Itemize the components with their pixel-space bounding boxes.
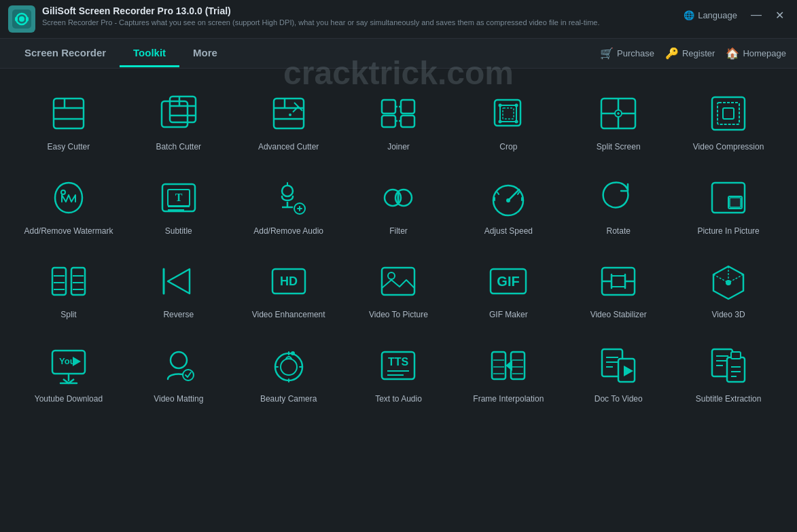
adjust-speed-icon xyxy=(486,176,530,219)
svg-marker-74 xyxy=(73,357,81,366)
beauty-camera-icon xyxy=(267,344,311,387)
svg-rect-22 xyxy=(401,116,414,127)
crop-icon xyxy=(486,92,530,135)
tab-toolkit[interactable]: Toolkit xyxy=(120,40,179,67)
easy-cutter-icon xyxy=(47,92,90,135)
tool-rotate[interactable]: Rotate xyxy=(563,166,673,244)
video-matting-icon xyxy=(157,344,200,387)
text-to-audio-label: Text to Audio xyxy=(375,394,422,405)
tool-split[interactable]: Split xyxy=(14,250,124,327)
svg-text:T: T xyxy=(175,192,182,203)
tool-frame-interpolation[interactable]: Frame Interpolation xyxy=(453,334,563,412)
app-description: Screen Recorder Pro - Captures what you … xyxy=(42,18,678,28)
svg-point-2 xyxy=(19,16,24,22)
svg-rect-21 xyxy=(382,116,395,127)
picture-in-picture-icon xyxy=(707,176,750,219)
tool-reverse[interactable]: Reverse xyxy=(124,250,234,327)
tool-doc-to-video[interactable]: Doc To Video xyxy=(563,334,673,412)
tab-more[interactable]: More xyxy=(179,40,231,67)
minimize-button[interactable]: — xyxy=(747,5,766,24)
add-remove-watermark-label: Add/Remove Watermark xyxy=(24,226,113,237)
app-title: GiliSoft Screen Recorder Pro 13.0.0 (Tri… xyxy=(42,5,678,16)
video-stabilizer-label: Video Stabilizer xyxy=(590,310,647,321)
svg-rect-64 xyxy=(382,268,414,295)
tool-video-stabilizer[interactable]: Video Stabilizer xyxy=(563,250,673,327)
svg-point-80 xyxy=(291,351,295,355)
batch-cutter-label: Batch Cutter xyxy=(156,142,201,153)
tool-subtitle[interactable]: T Subtitle xyxy=(124,166,234,244)
subtitle-icon: T xyxy=(157,176,200,219)
tool-video-compression[interactable]: Video Compression xyxy=(673,82,783,160)
svg-point-27 xyxy=(515,104,518,107)
globe-icon: 🌐 xyxy=(684,10,694,20)
video-to-picture-icon xyxy=(376,260,420,303)
youtube-download-icon: You xyxy=(47,344,90,387)
svg-rect-19 xyxy=(382,100,395,113)
svg-point-76 xyxy=(171,352,187,368)
filter-label: Filter xyxy=(389,226,408,237)
svg-rect-53 xyxy=(71,268,85,295)
tool-video-enhancement[interactable]: HD Video Enhancement xyxy=(234,250,344,327)
svg-rect-3 xyxy=(15,17,18,21)
adjust-speed-label: Adjust Speed xyxy=(484,226,533,237)
advanced-cutter-label: Advanced Cutter xyxy=(258,142,319,153)
frame-interpolation-label: Frame Interpolation xyxy=(473,394,544,405)
tool-beauty-camera[interactable]: Beauty Camera xyxy=(234,334,344,412)
purchase-label: Purchase xyxy=(617,48,654,58)
video-compression-icon xyxy=(707,92,750,135)
app-icon xyxy=(8,5,35,33)
tool-adjust-speed[interactable]: Adjust Speed xyxy=(453,166,563,244)
purchase-button[interactable]: 🛒 Purchase xyxy=(600,47,654,60)
close-button[interactable]: ✕ xyxy=(770,5,789,24)
svg-point-71 xyxy=(726,280,731,285)
add-remove-audio-icon xyxy=(267,176,311,219)
nav-bar: Screen Recorder Toolkit More 🛒 Purchase … xyxy=(0,39,797,69)
video-3d-icon xyxy=(707,260,750,303)
svg-rect-20 xyxy=(401,100,414,113)
tool-video-3d[interactable]: Video 3D xyxy=(673,250,783,327)
tool-picture-in-picture[interactable]: Picture In Picture xyxy=(673,166,783,244)
tool-crop[interactable]: Crop xyxy=(453,82,563,160)
svg-point-28 xyxy=(499,120,502,124)
tool-add-remove-audio[interactable]: Add/Remove Audio xyxy=(234,166,344,244)
split-screen-icon xyxy=(597,92,640,135)
tool-easy-cutter[interactable]: Easy Cutter xyxy=(14,82,124,160)
reverse-icon xyxy=(157,260,200,303)
rotate-label: Rotate xyxy=(607,226,631,237)
tool-split-screen[interactable]: Split Screen xyxy=(563,82,673,160)
filter-icon xyxy=(376,176,420,219)
tool-text-to-audio[interactable]: TTS Text to Audio xyxy=(344,334,454,412)
tool-advanced-cutter[interactable]: Advanced Cutter xyxy=(234,82,344,160)
video-3d-label: Video 3D xyxy=(711,310,745,321)
svg-rect-10 xyxy=(170,96,196,122)
homepage-button[interactable]: 🏠 Homepage xyxy=(726,47,786,60)
youtube-download-label: Youtube Download xyxy=(35,394,103,405)
tool-filter[interactable]: Filter xyxy=(344,166,454,244)
title-bar-controls: 🌐 Language — ✕ xyxy=(678,5,789,24)
register-button[interactable]: 🔑 Register xyxy=(665,47,715,60)
tool-gif-maker[interactable]: GIF GIF Maker xyxy=(453,250,563,327)
joiner-label: Joiner xyxy=(387,142,410,153)
easy-cutter-label: Easy Cutter xyxy=(48,142,90,153)
tool-video-to-picture[interactable]: Video To Picture xyxy=(344,250,454,327)
subtitle-extraction-label: Subtitle Extraction xyxy=(696,394,762,405)
svg-rect-86 xyxy=(511,352,525,379)
tool-grid: Easy Cutter Batch Cutter xyxy=(14,82,783,411)
tool-video-matting[interactable]: Video Matting xyxy=(124,334,234,412)
video-to-picture-label: Video To Picture xyxy=(369,310,428,321)
advanced-cutter-icon xyxy=(267,92,311,135)
video-enhancement-label: Video Enhancement xyxy=(252,310,325,321)
language-button[interactable]: 🌐 Language xyxy=(678,7,743,23)
svg-rect-104 xyxy=(727,357,745,382)
tool-joiner[interactable]: Joiner xyxy=(344,82,454,160)
title-bar: GiliSoft Screen Recorder Pro 13.0.0 (Tri… xyxy=(0,0,797,39)
tool-youtube-download[interactable]: You Youtube Download xyxy=(14,334,124,412)
tool-subtitle-extraction[interactable]: Subtitle Extraction xyxy=(673,334,783,412)
tab-screen-recorder[interactable]: Screen Recorder xyxy=(11,40,120,67)
tool-add-remove-watermark[interactable]: Add/Remove Watermark xyxy=(14,166,124,244)
tool-batch-cutter[interactable]: Batch Cutter xyxy=(124,82,234,160)
svg-point-48 xyxy=(506,198,510,202)
video-stabilizer-icon xyxy=(597,260,640,303)
svg-point-29 xyxy=(515,120,518,124)
crop-label: Crop xyxy=(499,142,517,153)
